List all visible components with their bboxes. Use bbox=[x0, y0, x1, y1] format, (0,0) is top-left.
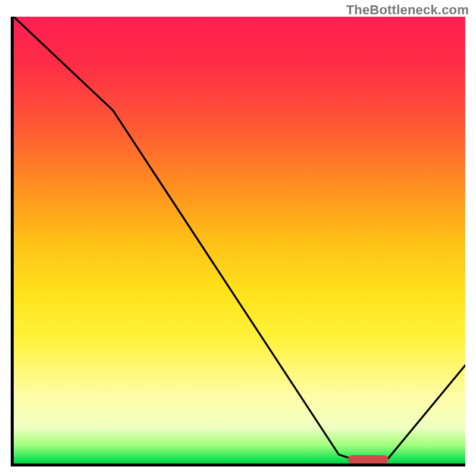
watermark-text: TheBottleneck.com bbox=[346, 2, 469, 18]
plot-area bbox=[11, 17, 465, 466]
optimal-range-marker bbox=[348, 455, 389, 464]
chart-stage: TheBottleneck.com bbox=[0, 0, 476, 476]
chart-svg bbox=[14, 17, 465, 464]
bottleneck-curve-path bbox=[14, 17, 465, 464]
